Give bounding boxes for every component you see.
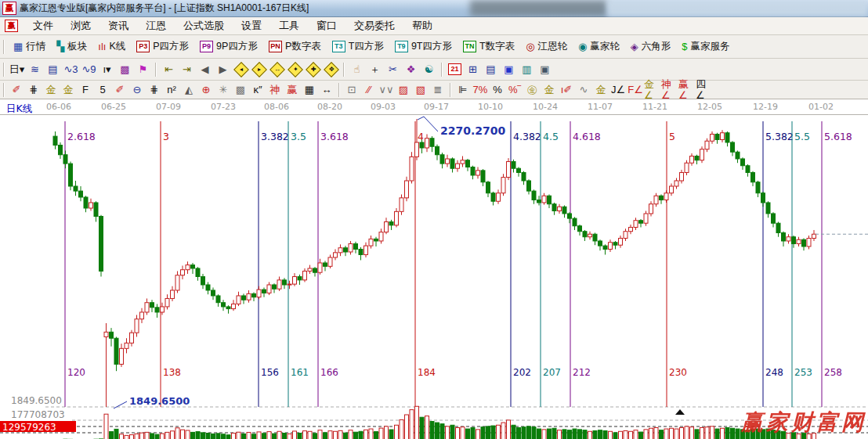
measure-h-button[interactable]: ↔	[318, 83, 335, 97]
cycle-circle-button[interactable]: ⊖	[128, 83, 146, 97]
angle-ruler-button[interactable]: ◭	[180, 83, 197, 97]
spider-web-button[interactable]: ✳	[215, 83, 232, 97]
kline-button[interactable]: ılıK线	[92, 38, 131, 55]
gann-count-label: 230	[669, 367, 687, 378]
j-angle-button[interactable]: J∠	[609, 83, 627, 97]
title-bar[interactable]: 赢 赢家江恩专业版[赢家内部服务平台] - [上证指数 SH1A0001-167…	[0, 0, 868, 17]
zigzag-button[interactable]: ∨∨	[378, 83, 395, 97]
percent-button[interactable]: %	[489, 83, 506, 97]
menu-item-0[interactable]: 文件	[24, 17, 62, 34]
menu-item-6[interactable]: 工具	[270, 17, 308, 34]
grid-123-button[interactable]: ▦	[301, 83, 318, 97]
comb-icon: ⋕	[30, 85, 38, 95]
five-comb-button[interactable]: 5	[94, 83, 111, 97]
time-comb-button[interactable]: ⋕	[146, 83, 163, 97]
hand-tool-button[interactable]: ☝	[348, 62, 366, 77]
hexagon-button[interactable]: ◈六角形	[625, 38, 677, 55]
percent-line-button[interactable]: %‾	[506, 83, 523, 97]
market-quotes-button[interactable]: ▦行情	[8, 38, 51, 55]
shen-angle-button[interactable]: 神∠	[661, 83, 678, 97]
k-marks-button[interactable]: ĸ″	[249, 83, 266, 97]
menu-item-7[interactable]: 窗口	[308, 17, 345, 34]
gold-line-button[interactable]: 金	[541, 83, 558, 97]
9t-square-button[interactable]: T99T四方形	[389, 38, 458, 55]
ying-comb-button[interactable]: 赢	[284, 83, 301, 97]
web-tool-button[interactable]: ❖	[402, 62, 420, 77]
n-squared-button[interactable]: n²	[163, 83, 180, 97]
diamond-left-button[interactable]: ◂	[232, 62, 250, 77]
candle-pen-button[interactable]: ı✐	[558, 83, 575, 97]
next-bar-button[interactable]: ▶	[214, 62, 232, 77]
calendar-button[interactable]: 21	[446, 62, 464, 77]
sectors-button[interactable]: ▚板块	[51, 38, 92, 55]
candle	[206, 285, 210, 290]
wave-9-button[interactable]: ∿9	[80, 62, 98, 77]
grid-view-button[interactable]: ▩	[116, 62, 134, 77]
period-selector-button[interactable]: 日▾	[8, 62, 26, 77]
winner-wheel-button[interactable]: ◉赢家轮	[573, 38, 625, 55]
menu-item-8[interactable]: 交易委托	[345, 17, 403, 34]
box-tool-button[interactable]: ⊡	[343, 83, 360, 97]
target-button[interactable]: ⊕	[197, 83, 215, 97]
ladder-button[interactable]: ⊫	[454, 83, 472, 97]
si-angle-button[interactable]: 四∠	[696, 83, 713, 97]
p-number-table-button[interactable]: PNP数字表	[263, 38, 327, 55]
winner-service-button[interactable]: $赢家服务	[676, 38, 735, 55]
t-number-table-button[interactable]: TNT数字表	[458, 38, 520, 55]
web-square-button[interactable]: ▩	[232, 83, 249, 97]
gold-comb-2-button[interactable]: 金	[60, 83, 77, 97]
red-grid-2-button[interactable]: ▧	[412, 83, 429, 97]
diamond-compress-button[interactable]: ✦	[286, 62, 304, 77]
slats-button[interactable]: ≣	[429, 83, 447, 97]
pc-button[interactable]: ▣	[536, 62, 554, 77]
menu-item-3[interactable]: 江恩	[137, 17, 175, 34]
crosshair-tool-button[interactable]: ＋	[366, 62, 384, 77]
f-angle-button[interactable]: F∠	[627, 83, 644, 97]
f-comb-button[interactable]: F	[77, 83, 94, 97]
p-square-button[interactable]: P3P四方形	[131, 38, 194, 55]
info-doc-button[interactable]: ▤	[44, 62, 62, 77]
comb-tool-button[interactable]: ⋕	[25, 83, 42, 97]
red-grid-1-button[interactable]: ▨	[395, 83, 412, 97]
gold-circle-button[interactable]: ㊎	[523, 83, 541, 97]
menu-item-9[interactable]: 帮助	[403, 17, 441, 34]
gann-ratio-label: 5.382	[765, 131, 794, 142]
menu-item-1[interactable]: 浏览	[62, 17, 99, 34]
menu-item-4[interactable]: 公式选股	[175, 17, 233, 34]
gold-line-2-button[interactable]: 金	[592, 83, 609, 97]
first-bar-button[interactable]: ⇤	[160, 62, 178, 77]
calculator-button[interactable]: ⊞	[464, 62, 482, 77]
gann-wheel-button[interactable]: ◎江恩轮	[520, 38, 573, 55]
last-bar-button[interactable]: ⇥	[178, 62, 196, 77]
menu-item-2[interactable]: 资讯	[99, 17, 137, 34]
color-flag-button[interactable]: ⚑	[134, 62, 152, 77]
volume-bar	[196, 432, 200, 439]
pen-ruler-button[interactable]: ✐	[111, 83, 128, 97]
shen-comb-button[interactable]: 神	[266, 83, 284, 97]
diamond-hspread-button[interactable]: ↔	[268, 62, 286, 77]
a-wave-button[interactable]: ∿	[575, 83, 592, 97]
notes-button[interactable]: ▤	[482, 62, 500, 77]
diamond-expand-button[interactable]: ✚	[304, 62, 322, 77]
cut-tool-button[interactable]: ✂	[384, 62, 402, 77]
menu-item-5[interactable]: 设置	[233, 17, 270, 34]
candle-style-button[interactable]: ı▾	[98, 62, 116, 77]
ray-fan-button[interactable]: ∕∕	[360, 83, 378, 97]
prev-bar-button[interactable]: ◀	[196, 62, 214, 77]
gann-ratio-label: 4.5	[543, 131, 559, 142]
brain-tool-button[interactable]: ☯	[420, 62, 438, 77]
t-square-button[interactable]: T3T四方形	[327, 38, 389, 55]
diamond-move-button[interactable]: ✥	[322, 62, 340, 77]
9p-square-button[interactable]: P99P四方形	[194, 38, 263, 55]
gold-comb-1-button[interactable]: 金	[42, 83, 60, 97]
pc-search-button[interactable]: ▥	[518, 62, 536, 77]
save-button[interactable]: ▣	[500, 62, 518, 77]
wave-3-button[interactable]: ∿3	[62, 62, 80, 77]
trend-chart-button[interactable]: ≋	[26, 62, 44, 77]
diamond-right-button[interactable]: ▸	[250, 62, 268, 77]
gold-angle-button[interactable]: 金∠	[644, 83, 661, 97]
seven-pct-button[interactable]: 7%	[472, 83, 489, 97]
ying-angle-button[interactable]: 赢∠	[678, 83, 696, 97]
pen-tool-button[interactable]: ✐	[8, 83, 25, 97]
chart-canvas[interactable]: 日K线06-0606-2507-0907-2308-0608-2009-0309…	[0, 99, 868, 439]
